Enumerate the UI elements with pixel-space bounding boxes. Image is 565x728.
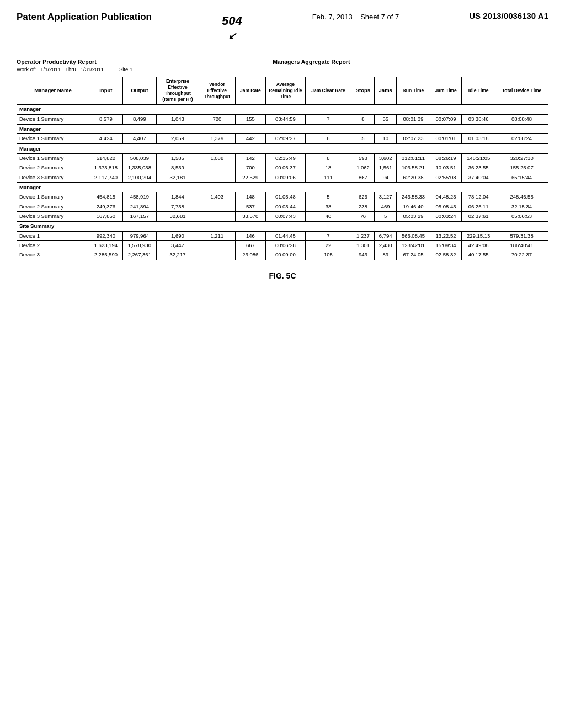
cell-2-0-4: 1,088	[199, 153, 235, 163]
cell-4-1-5: 667	[235, 241, 266, 250]
cell-4-1-3: 3,447	[156, 241, 199, 250]
col-output: Output	[122, 77, 156, 105]
cell-3-0-9: 3,127	[375, 192, 397, 202]
cell-3-0-0: Device 1 Summary	[17, 192, 89, 202]
aggregate-report-title: Managers Aggregate Report	[119, 58, 504, 65]
cell-2-1-6: 00:06:37	[266, 163, 305, 173]
table-row: Device 1992,340979,9641,6901,21114601:44…	[17, 231, 548, 240]
cell-3-2-9: 5	[375, 211, 397, 221]
cell-3-2-8: 76	[351, 211, 375, 221]
fig-caption: FIG. 5C	[17, 271, 548, 280]
cell-2-0-11: 08:26:19	[430, 153, 462, 163]
cell-4-0-9: 6,794	[375, 231, 397, 240]
col-jam-rate: Jam Rate	[235, 77, 266, 105]
cell-3-2-0: Device 3 Summary	[17, 211, 89, 221]
cell-4-1-2: 1,578,930	[122, 241, 156, 250]
cell-0-0-1: 8,579	[89, 114, 122, 124]
cell-4-2-4	[199, 250, 235, 260]
cell-3-2-1: 167,850	[89, 211, 122, 221]
cell-0-0-12: 03:38:46	[462, 114, 495, 124]
cell-4-2-6: 00:09:00	[266, 250, 305, 260]
cell-2-2-7: 111	[305, 173, 351, 183]
cell-4-1-11: 15:09:34	[430, 241, 462, 250]
header-patent-number: US 2013/0036130 A1	[469, 11, 548, 20]
cell-2-2-1: 2,117,740	[89, 173, 122, 183]
cell-3-1-3: 7,738	[156, 202, 199, 211]
cell-3-0-4: 1,403	[199, 192, 235, 202]
cell-4-1-12: 42:49:08	[462, 241, 495, 250]
col-jams: Jams	[375, 77, 397, 105]
cell-4-2-0: Device 3	[17, 250, 89, 260]
patent-publication-title: Patent Application Publication	[17, 11, 152, 24]
cell-1-0-0: Device 1 Summary	[17, 134, 89, 144]
cell-3-2-6: 00:07:43	[266, 211, 305, 221]
cell-3-0-6: 01:05:48	[266, 192, 305, 202]
cell-3-1-5: 537	[235, 202, 266, 211]
cell-2-0-2: 508,039	[122, 153, 156, 163]
cell-4-1-6: 00:06:28	[266, 241, 305, 250]
cell-4-2-12: 40:17:55	[462, 250, 495, 260]
cell-2-0-7: 8	[305, 153, 351, 163]
cell-4-0-3: 1,690	[156, 231, 199, 240]
cell-0-0-11: 00:07:09	[430, 114, 462, 124]
cell-2-2-9: 94	[375, 173, 397, 183]
report-title: Operator Productivity Report	[17, 58, 97, 65]
thru-label: Thru	[65, 66, 76, 72]
cell-2-2-12: 37:40:04	[462, 173, 495, 183]
cell-4-0-8: 1,237	[351, 231, 375, 240]
table-row: Device 2 Summary1,373,8181,335,0388,5397…	[17, 163, 548, 173]
cell-1-0-1: 4,424	[89, 134, 122, 144]
cell-3-1-13: 32:15:34	[495, 202, 548, 211]
section-header-4: Site Summary	[17, 221, 548, 231]
col-manager-name: Manager Name	[17, 77, 89, 105]
cell-3-0-5: 148	[235, 192, 266, 202]
cell-3-0-1: 454,815	[89, 192, 122, 202]
cell-2-2-10: 62:20:38	[397, 173, 430, 183]
col-total-time: Total Device Time	[495, 77, 548, 105]
cell-4-2-11: 02:58:32	[430, 250, 462, 260]
cell-4-2-3: 32,217	[156, 250, 199, 260]
col-jam-clear: Jam Clear Rate	[305, 77, 351, 105]
cell-3-0-3: 1,844	[156, 192, 199, 202]
cell-2-0-10: 312:01:11	[397, 153, 430, 163]
cell-4-1-10: 128:42:01	[397, 241, 430, 250]
cell-4-0-7: 7	[305, 231, 351, 240]
table-row: Device 3 Summary2,117,7402,100,20432,181…	[17, 173, 548, 183]
cell-0-0-8: 8	[351, 114, 375, 124]
cell-3-1-0: Device 2 Summary	[17, 202, 89, 211]
site-label: Site 1	[119, 66, 132, 72]
cell-3-0-12: 78:12:04	[462, 192, 495, 202]
cell-4-0-12: 229:15:13	[462, 231, 495, 240]
cell-2-0-12: 146:21:05	[462, 153, 495, 163]
cell-3-0-11: 04:48:23	[430, 192, 462, 202]
table-row: Device 1 Summary454,815458,9191,8441,403…	[17, 192, 548, 202]
cell-3-0-13: 248:46:55	[495, 192, 548, 202]
cell-4-1-7: 22	[305, 241, 351, 250]
cell-2-0-0: Device 1 Summary	[17, 153, 89, 163]
cell-2-0-5: 142	[235, 153, 266, 163]
cell-3-2-2: 167,157	[122, 211, 156, 221]
cell-3-2-10: 05:03:29	[397, 211, 430, 221]
cell-3-1-12: 06:25:11	[462, 202, 495, 211]
cell-1-0-12: 01:03:18	[462, 134, 495, 144]
cell-2-2-6: 00:09:06	[266, 173, 305, 183]
cell-2-1-9: 1,561	[375, 163, 397, 173]
cell-1-0-8: 5	[351, 134, 375, 144]
cell-0-0-0: Device 1 Summary	[17, 114, 89, 124]
table-row: Device 32,285,5902,267,36132,21723,08600…	[17, 250, 548, 260]
cell-3-1-4	[199, 202, 235, 211]
cell-2-2-3: 32,181	[156, 173, 199, 183]
cell-2-0-9: 3,602	[375, 153, 397, 163]
cell-4-2-5: 23,086	[235, 250, 266, 260]
cell-4-0-5: 146	[235, 231, 266, 240]
cell-4-2-1: 2,285,590	[89, 250, 122, 260]
col-idle-time: Idle Time	[462, 77, 495, 105]
cell-3-1-2: 241,894	[122, 202, 156, 211]
cell-4-2-2: 2,267,361	[122, 250, 156, 260]
cell-2-2-5: 22,529	[235, 173, 266, 183]
cell-3-1-7: 38	[305, 202, 351, 211]
cell-3-0-2: 458,919	[122, 192, 156, 202]
col-jam-time: Jam Time	[430, 77, 462, 105]
cell-0-0-9: 55	[375, 114, 397, 124]
cell-3-1-11: 05:08:43	[430, 202, 462, 211]
